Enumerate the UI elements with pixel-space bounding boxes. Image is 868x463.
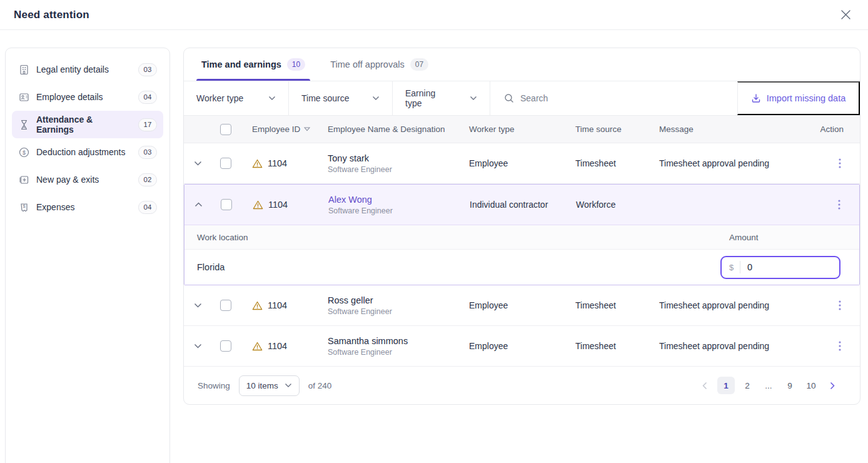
time-source-filter[interactable]: Time source <box>289 81 393 115</box>
amount-input-group: $ <box>720 256 840 279</box>
earning-type-filter[interactable]: Earning type <box>393 81 490 115</box>
main-panel: Time and earnings 10 Time off approvals … <box>183 48 860 405</box>
sidebar-item-new-pay-exits[interactable]: New pay & exits 02 <box>12 166 163 193</box>
sidebar-item-attendance-earnings[interactable]: Attendance & Earnings 17 <box>12 111 163 138</box>
employee-designation: Software Engineer <box>328 206 456 215</box>
table-row-expanded: 1104 Alex WongSoftware Engineer Individu… <box>184 185 859 225</box>
page-size-select[interactable]: 10 items <box>239 375 300 396</box>
select-all-checkbox[interactable] <box>220 124 231 135</box>
employee-designation: Software Engineer <box>328 307 455 316</box>
chevron-up-icon <box>194 202 203 207</box>
detail-column-work-location: Work location <box>197 233 248 242</box>
row-actions-menu-button[interactable] <box>816 158 860 168</box>
sidebar-item-label: Attendance & Earnings <box>36 114 131 135</box>
expand-row-button[interactable] <box>184 343 211 349</box>
sidebar-item-label: Employee details <box>36 92 103 102</box>
sidebar-count-badge: 17 <box>138 118 157 131</box>
table-row: 1104 Tony starkSoftware Engineer Employe… <box>184 143 860 184</box>
employee-designation: Software Engineer <box>328 165 455 174</box>
expand-row-button[interactable] <box>184 161 211 166</box>
import-icon <box>751 93 761 103</box>
search-input[interactable] <box>520 93 724 103</box>
worker-type-filter[interactable]: Worker type <box>184 81 289 115</box>
row-checkbox[interactable] <box>220 300 231 311</box>
employee-id: 1104 <box>268 300 287 310</box>
tab-count-badge: 10 <box>287 58 305 71</box>
chevron-down-icon <box>194 343 202 349</box>
expand-row-button[interactable] <box>184 303 211 308</box>
sidebar-count-badge: 03 <box>138 146 157 159</box>
column-message: Message <box>645 125 816 134</box>
sidebar-item-label: New pay & exits <box>36 175 99 185</box>
chevron-down-icon <box>194 161 202 166</box>
expense-doc-icon: $ <box>18 201 29 213</box>
close-icon <box>840 9 851 20</box>
row-actions-menu-button[interactable] <box>816 300 860 310</box>
row-actions-menu-button[interactable] <box>815 200 859 210</box>
time-source-cell: Timesheet <box>562 300 645 310</box>
sidebar-count-badge: 04 <box>138 201 157 214</box>
warning-icon <box>252 342 263 351</box>
detail-header: Work location Amount <box>184 225 859 250</box>
employee-name: Alex Wong <box>328 195 456 205</box>
tab-bar: Time and earnings 10 Time off approvals … <box>184 48 860 81</box>
row-checkbox[interactable] <box>220 158 231 169</box>
message-cell: Timesheet approval pending <box>645 158 816 168</box>
collapse-row-button[interactable] <box>184 202 212 207</box>
row-checkbox[interactable] <box>220 340 231 352</box>
row-checkbox[interactable] <box>221 199 232 210</box>
sidebar-item-expenses[interactable]: $ Expenses 04 <box>12 193 163 221</box>
page-button-1[interactable]: 1 <box>717 377 735 394</box>
next-page-button[interactable] <box>824 377 841 394</box>
time-source-cell: Timesheet <box>562 158 645 168</box>
row-actions-menu-button[interactable] <box>816 341 860 351</box>
sidebar-item-deduction-adjustments[interactable]: $ Deduction adjustments 03 <box>12 138 163 166</box>
id-card-icon <box>18 91 29 103</box>
tab-time-off-approvals[interactable]: Time off approvals 07 <box>329 48 430 81</box>
prev-page-button[interactable] <box>696 377 714 394</box>
svg-text:$: $ <box>22 149 25 155</box>
column-employee-id[interactable]: Employee ID <box>240 125 314 134</box>
amount-input[interactable] <box>740 262 839 272</box>
tab-count-badge: 07 <box>410 58 428 71</box>
expanded-row-group: 1104 Alex WongSoftware Engineer Individu… <box>184 184 860 285</box>
kebab-icon <box>839 341 841 351</box>
employee-id: 1104 <box>268 158 287 168</box>
worker-type-cell: Employee <box>455 300 562 310</box>
employee-name: Samantha simmons <box>328 336 455 346</box>
kebab-icon <box>838 200 840 210</box>
filter-bar: Worker type Time source Earning type Imp… <box>184 81 860 116</box>
worker-type-cell: Employee <box>455 158 562 168</box>
close-button[interactable] <box>837 6 854 24</box>
work-location-value: Florida <box>197 262 225 272</box>
plus-square-icon <box>18 174 29 185</box>
sort-icon[interactable] <box>304 127 310 131</box>
page-title: Need attention <box>14 9 89 21</box>
page-button-10[interactable]: 10 <box>802 377 820 394</box>
import-label: Import missing data <box>767 93 846 103</box>
currency-prefix: $ <box>722 263 740 272</box>
column-time-source: Time source <box>562 125 645 134</box>
employee-id: 1104 <box>268 200 288 210</box>
message-cell: Timesheet approval pending <box>645 341 816 351</box>
employee-designation: Software Engineer <box>328 348 455 357</box>
page-button-2[interactable]: 2 <box>739 377 756 394</box>
kebab-icon <box>839 300 841 310</box>
tab-time-and-earnings[interactable]: Time and earnings 10 <box>200 48 306 81</box>
column-name: Employee Name & Designation <box>314 125 455 134</box>
sidebar-item-legal-entity-details[interactable]: Legal entity details 03 <box>12 56 163 83</box>
message-cell: Timesheet approval pending <box>645 300 816 310</box>
sidebar: Legal entity details 03 Employee details… <box>5 48 170 463</box>
sidebar-item-label: Legal entity details <box>36 64 109 74</box>
filter-label: Worker type <box>196 93 243 103</box>
chevron-down-icon <box>470 96 477 101</box>
table-header: Employee ID Employee Name & Designation … <box>184 116 860 143</box>
page-button-9[interactable]: 9 <box>781 377 799 394</box>
employee-id: 1104 <box>268 341 287 351</box>
sidebar-item-employee-details[interactable]: Employee details 04 <box>12 83 163 111</box>
worker-type-cell: Employee <box>455 341 562 351</box>
time-source-cell: Workforce <box>562 200 646 210</box>
import-missing-data-button[interactable]: Import missing data <box>737 81 860 115</box>
employee-name: Ross geller <box>328 295 455 305</box>
detail-row: Florida $ <box>184 250 859 285</box>
